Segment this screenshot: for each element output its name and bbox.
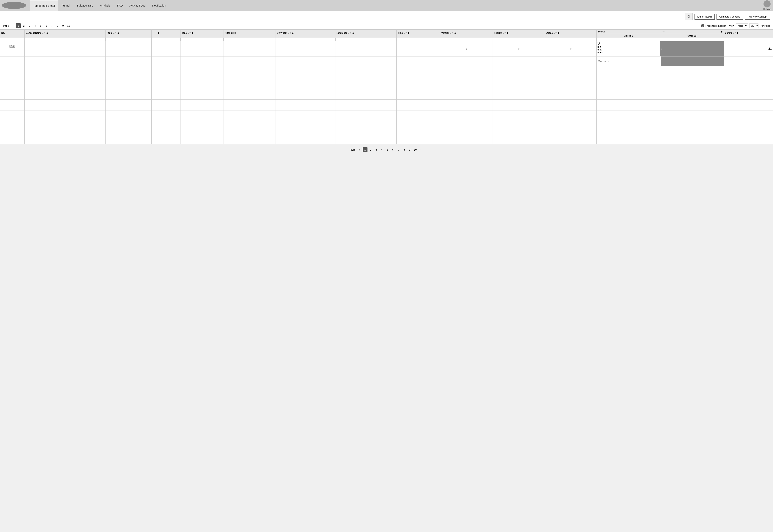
sort-icon-time[interactable]: ▲▼ (403, 32, 407, 34)
empty-prio-6 (493, 111, 545, 122)
filter-input-time[interactable] (397, 38, 440, 41)
page-1-bottom[interactable]: 1 (363, 147, 367, 152)
filter-input-status[interactable] (545, 38, 597, 41)
filter-input-bywhom[interactable] (276, 38, 335, 41)
empty-status-8 (545, 133, 597, 144)
filter-icon-scores[interactable]: ◆ (721, 30, 722, 33)
filter-icon-topic[interactable]: ◆ (117, 32, 119, 34)
freeze-checkbox[interactable] (701, 24, 704, 27)
status-dropdown-icon[interactable]: ▽ (570, 48, 571, 50)
svg-line-1 (689, 17, 690, 18)
page-8-top[interactable]: 8 (55, 23, 60, 28)
row1-scores: 3 B: 4 U: 4.5 N: 3.5 › › (597, 41, 724, 56)
sort-icon-prio[interactable]: ▲▼ (502, 32, 506, 34)
vote-criteria2 (661, 56, 724, 66)
page-2-top[interactable]: 2 (21, 23, 26, 28)
page-label-top: Page (3, 24, 9, 27)
page-6-bottom[interactable]: 6 (391, 147, 395, 152)
export-button[interactable]: Export Result (695, 14, 715, 20)
sort-icon-comm[interactable]: ▲▼ (732, 32, 736, 34)
empty-ref-4 (335, 88, 396, 100)
sort-icon-ver[interactable]: ▲▼ (450, 32, 454, 34)
sort-icon-status[interactable]: ▲▼ (553, 32, 557, 34)
table-row (0, 66, 773, 77)
row1-edit-button[interactable]: Edit (10, 45, 15, 48)
empty-status-7 (545, 122, 597, 133)
empty-ver-8 (440, 133, 493, 144)
vote-bywhom (276, 56, 335, 66)
empty-scores-7 (597, 122, 724, 133)
page-3-top[interactable]: 3 (27, 23, 32, 28)
search-input[interactable] (3, 13, 685, 20)
filter-icon-status[interactable]: ◆ (557, 32, 559, 34)
add-new-concept-button[interactable]: Add New Concept (745, 14, 770, 20)
vote-here-button[interactable]: Vote here › (597, 59, 609, 63)
sort-icon-tags[interactable]: ▲▼ (187, 32, 191, 34)
filter-ref (335, 38, 396, 41)
filter-input-name[interactable] (25, 38, 105, 41)
filter-icon-tags[interactable]: ◆ (191, 32, 193, 34)
filter-icon-dots[interactable]: ◆ (158, 32, 159, 34)
filter-icon-ver[interactable]: ◆ (454, 32, 456, 34)
page-7-bottom[interactable]: 7 (396, 147, 401, 152)
filter-icon-name[interactable]: ◆ (46, 32, 48, 34)
filter-input-ref[interactable] (335, 38, 396, 41)
empty-name-6 (24, 111, 105, 122)
ver-dropdown-icon[interactable]: ▽ (466, 48, 467, 50)
compare-button[interactable]: Compare Concepts (717, 14, 743, 20)
table-row (0, 77, 773, 88)
page-9-top[interactable]: 9 (61, 23, 65, 28)
page-prev-top[interactable]: ‹ (10, 23, 15, 28)
page-10-bottom[interactable]: 10 (413, 147, 418, 152)
view-select[interactable]: More (736, 23, 748, 28)
page-10-top[interactable]: 10 (66, 23, 71, 28)
page-9-bottom[interactable]: 9 (407, 147, 412, 152)
row1-criteria2: › (660, 41, 724, 56)
page-4-top[interactable]: 4 (33, 23, 37, 28)
nav-funnel[interactable]: Funnel (58, 0, 73, 11)
empty-status-2 (545, 66, 597, 77)
page-6-top[interactable]: 6 (44, 23, 49, 28)
search-button[interactable] (685, 13, 692, 20)
sort-icon-scores[interactable]: ▲▼ (661, 31, 665, 33)
filter-input-tags[interactable] (180, 38, 224, 41)
page-3-bottom[interactable]: 3 (374, 147, 379, 152)
filter-icon-time[interactable]: ◆ (408, 32, 409, 34)
criteria1-expand-icon[interactable]: › (597, 54, 659, 57)
filter-input-topic[interactable] (106, 38, 152, 41)
nav-analysis[interactable]: Analysis (97, 0, 114, 11)
page-8-bottom[interactable]: 8 (402, 147, 407, 152)
criteria2-expand-icon[interactable]: › (661, 47, 723, 50)
prio-dropdown-icon[interactable]: ▽ (518, 48, 519, 50)
page-7-top[interactable]: 7 (49, 23, 54, 28)
nav-notification[interactable]: Notification (149, 0, 169, 11)
empty-ref-8 (335, 133, 396, 144)
filter-icon-comm[interactable]: ◆ (737, 32, 738, 34)
page-4-bottom[interactable]: 4 (379, 147, 384, 152)
page-next-bottom[interactable]: › (419, 147, 423, 152)
filter-icon-bywhom[interactable]: ◆ (292, 32, 294, 34)
filter-icon-ref[interactable]: ◆ (352, 32, 354, 34)
empty-comm-2 (724, 66, 773, 77)
nav-faq[interactable]: FAQ (114, 0, 126, 11)
col-header-no: No. (0, 30, 25, 38)
sort-icon-topic[interactable]: ▲▼ (113, 32, 117, 34)
perpage-select[interactable]: 20 (749, 23, 758, 28)
page-5-top[interactable]: 5 (38, 23, 43, 28)
avatar[interactable] (763, 0, 771, 7)
filter-icon-prio[interactable]: ◆ (507, 32, 508, 34)
page-2-bottom[interactable]: 2 (368, 147, 373, 152)
page-prev-bottom[interactable]: ‹ (357, 147, 362, 152)
nav-top-of-funnel[interactable]: Top of the Funnel (30, 0, 58, 11)
nav-activity-feed[interactable]: Activity Feed (126, 0, 149, 11)
sort-icon-ref[interactable]: ▲▼ (348, 32, 352, 34)
empty-scores-5 (597, 100, 724, 111)
empty-ref-7 (335, 122, 396, 133)
page-1-top[interactable]: 1 (16, 23, 21, 28)
page-next-top[interactable]: › (72, 23, 77, 28)
sort-icon-bywhom[interactable]: ▲▼ (288, 32, 292, 34)
empty-pitch-2 (224, 66, 276, 77)
page-5-bottom[interactable]: 5 (385, 147, 390, 152)
sort-icon-name[interactable]: ▲▼ (42, 32, 46, 34)
nav-salvage-yard[interactable]: Salvage Yard (73, 0, 97, 11)
